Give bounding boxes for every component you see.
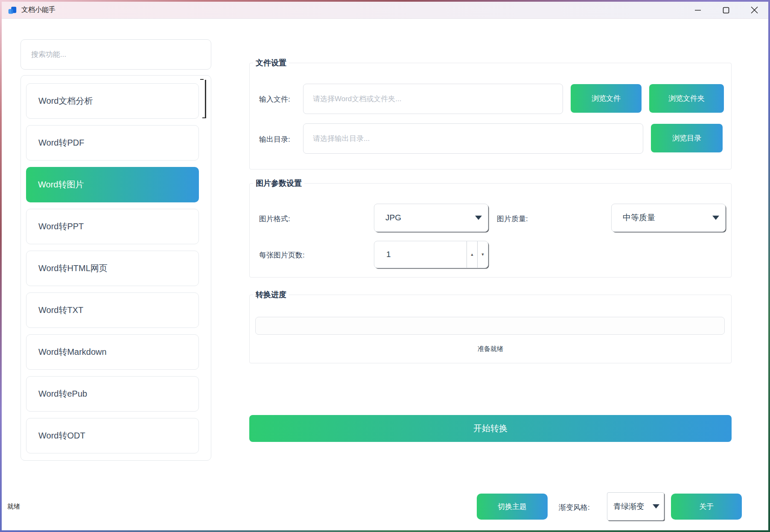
function-list: Word文档分析Word转PDFWord转图片Word转PPTWord转HTML…: [26, 83, 199, 460]
minimize-button[interactable]: [684, 2, 712, 18]
status-ready-label: 就绪: [7, 503, 20, 511]
maximize-icon: [723, 7, 729, 14]
minimize-icon: [694, 7, 701, 14]
sidebar-item[interactable]: Word转TXT: [26, 292, 199, 328]
pages-per-image-label: 每张图片页数:: [259, 250, 305, 260]
sidebar-item[interactable]: Word转Markdown: [26, 334, 199, 370]
browse-output-button[interactable]: 浏览目录: [651, 124, 723, 152]
sidebar-item[interactable]: Word转图片: [26, 167, 199, 202]
app-window: 文档小能手 Word文档分析Word转PDFWord转图片Word: [0, 0, 770, 532]
chevron-down-icon: [475, 216, 482, 220]
browse-file-button[interactable]: 浏览文件: [571, 84, 642, 113]
sidebar-item[interactable]: Word转HTML网页: [26, 251, 199, 286]
image-quality-value: 中等质量: [623, 212, 655, 223]
scrollbar-thumb[interactable]: [205, 80, 206, 118]
image-quality-select[interactable]: 中等质量: [611, 204, 726, 232]
sidebar-item[interactable]: Word转ODT: [26, 418, 199, 453]
close-icon: [751, 6, 758, 14]
sidebar-item[interactable]: Word转ePub: [26, 376, 199, 412]
window-title: 文档小能手: [21, 6, 55, 15]
image-format-value: JPG: [385, 213, 401, 222]
gradient-style-select[interactable]: 青绿渐变: [607, 492, 664, 520]
function-list-frame: Word文档分析Word转PDFWord转图片Word转PPTWord转HTML…: [20, 75, 211, 461]
gradient-style-label: 渐变风格:: [559, 503, 590, 512]
progress-bar: [255, 317, 725, 335]
about-button[interactable]: 关于: [671, 494, 742, 520]
step-up-button[interactable]: ▲: [467, 241, 477, 268]
progress-status: 准备就绪: [249, 345, 732, 353]
scrollbar-notch: [200, 79, 204, 80]
image-quality-label: 图片质量:: [497, 214, 528, 224]
image-format-select[interactable]: JPG: [374, 204, 488, 232]
input-file-label: 输入文件:: [259, 94, 290, 104]
chevron-down-icon: [712, 216, 719, 220]
image-format-label: 图片格式:: [259, 214, 290, 224]
file-settings-title: 文件设置: [253, 58, 289, 68]
app-logo-icon: [8, 6, 17, 15]
input-file-field[interactable]: [303, 84, 563, 114]
sidebar-item[interactable]: Word转PDF: [26, 125, 199, 161]
start-convert-button[interactable]: 开始转换: [249, 415, 732, 442]
chevron-down-icon: [653, 504, 659, 509]
list-scrollbar[interactable]: [204, 78, 207, 456]
title-bar: 文档小能手: [2, 2, 768, 19]
close-button[interactable]: [740, 2, 768, 18]
output-dir-label: 输出目录:: [259, 134, 290, 144]
step-down-button[interactable]: ▼: [477, 241, 488, 268]
sidebar-item[interactable]: Word转PPT: [26, 209, 199, 244]
scrollbar-notch: [202, 117, 206, 118]
image-settings-title: 图片参数设置: [253, 178, 304, 188]
gradient-style-value: 青绿渐变: [613, 501, 644, 512]
output-dir-field[interactable]: [303, 123, 643, 154]
progress-title: 转换进度: [253, 289, 289, 300]
browse-folder-button[interactable]: 浏览文件夹: [649, 84, 724, 113]
pages-per-image-stepper[interactable]: 1 ▲ ▼: [374, 241, 488, 268]
toggle-theme-button[interactable]: 切换主题: [477, 494, 548, 520]
maximize-button[interactable]: [712, 2, 740, 18]
search-input[interactable]: [20, 39, 211, 70]
window-controls: [684, 2, 768, 18]
pages-per-image-value: 1: [374, 250, 467, 259]
sidebar-item[interactable]: Word文档分析: [26, 83, 199, 119]
